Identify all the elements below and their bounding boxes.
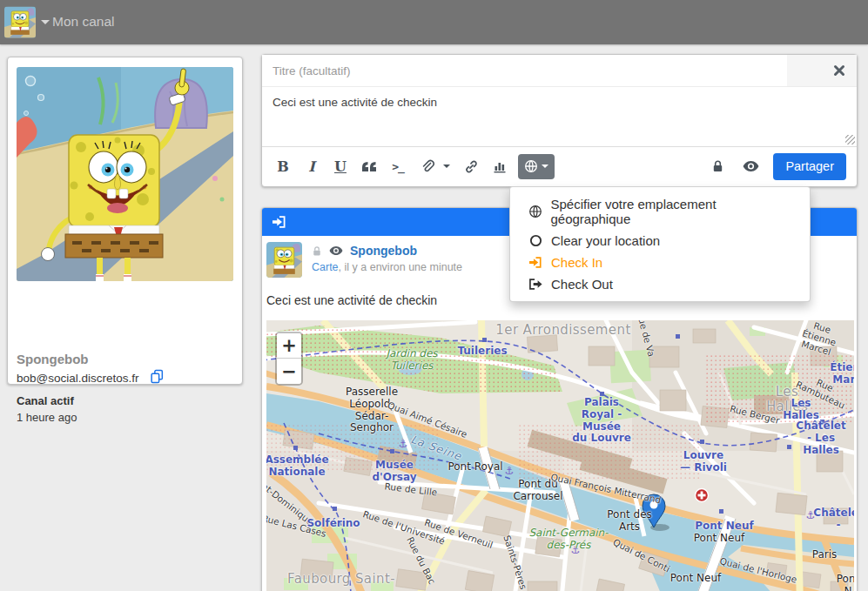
editor-toolbar: B I U >_ — [262, 147, 857, 185]
map[interactable]: ⚓⚓⚓⚓ 1er ArrondissementTuileriesJardin d… — [266, 320, 854, 591]
post-author-link[interactable]: Spongebob — [350, 244, 417, 258]
menu-item-clear-location[interactable]: Clear your location — [510, 230, 810, 252]
channel-status-label: Canal actif — [17, 394, 74, 407]
map-zoom-control: + − — [275, 332, 303, 386]
insert-link-icon[interactable] — [461, 153, 481, 179]
sign-in-icon — [528, 256, 543, 269]
sign-out-icon — [528, 278, 543, 291]
attach-caret-icon[interactable] — [443, 165, 450, 168]
menu-item-check-in[interactable]: Check In — [510, 252, 810, 273]
post-author-avatar[interactable] — [266, 242, 302, 278]
post-timestamp: , il y a environ une minute — [339, 261, 462, 273]
profile-card: Spongebob bob@social.discretos.fr Canal … — [7, 57, 243, 385]
channel-status-time: 1 heure ago — [17, 411, 77, 424]
permissions-lock-icon[interactable] — [707, 153, 728, 179]
app-link[interactable]: Carte — [312, 261, 339, 273]
map-canvas: ⚓⚓⚓⚓ — [266, 320, 854, 591]
globe-icon — [528, 205, 542, 218]
chevron-down-icon[interactable] — [41, 20, 50, 24]
channel-title: Spongebob — [17, 352, 89, 366]
preview-eye-icon[interactable] — [740, 153, 761, 179]
svg-text:⚓: ⚓ — [505, 465, 515, 477]
hospital-icon — [696, 489, 709, 502]
post-meta: Carte, il y a environ une minute — [312, 261, 462, 273]
code-button[interactable]: >_ — [387, 153, 408, 179]
circle-outline-icon — [528, 234, 543, 247]
svg-text:⚓: ⚓ — [806, 509, 816, 521]
visibility-eye-icon[interactable] — [329, 245, 343, 256]
channel-avatar[interactable] — [4, 6, 36, 38]
location-dropdown-button[interactable] — [518, 154, 555, 179]
underline-button[interactable]: U — [330, 153, 351, 179]
resize-grip[interactable] — [845, 135, 855, 144]
post-editor: Ceci est une activité de checkin B I U >… — [261, 54, 858, 187]
location-menu: Spécifier votre emplacement géographique… — [509, 186, 811, 302]
channel-address: bob@social.discretos.fr — [17, 372, 139, 385]
channel-name[interactable]: Mon canal — [52, 14, 115, 30]
close-icon[interactable] — [833, 64, 845, 77]
menu-item-specify-location[interactable]: Spécifier votre emplacement géographique — [510, 193, 810, 230]
copy-icon[interactable] — [150, 369, 165, 387]
private-lock-icon — [312, 245, 322, 257]
zoom-in-button[interactable]: + — [277, 333, 301, 359]
attach-icon[interactable] — [416, 153, 437, 179]
zoom-out-button[interactable]: − — [277, 359, 301, 384]
quote-icon[interactable] — [359, 153, 380, 179]
globe-caret-icon — [542, 165, 548, 168]
post-body-input[interactable]: Ceci est une activité de checkin — [262, 87, 857, 146]
app-root: Mon canal — [0, 0, 868, 591]
title-input[interactable] — [262, 55, 787, 86]
svg-text:⚓: ⚓ — [571, 544, 581, 556]
bold-button[interactable]: B — [273, 153, 293, 179]
sign-in-icon — [272, 215, 286, 229]
profile-photo[interactable] — [17, 67, 233, 281]
navbar: Mon canal — [0, 0, 868, 44]
svg-text:⚓: ⚓ — [399, 438, 408, 450]
menu-item-check-out[interactable]: Check Out — [510, 273, 810, 295]
title-aux-zone — [787, 55, 857, 86]
share-button[interactable]: Partager — [773, 153, 846, 180]
chart-icon[interactable] — [489, 153, 510, 179]
italic-button[interactable]: I — [301, 153, 322, 179]
